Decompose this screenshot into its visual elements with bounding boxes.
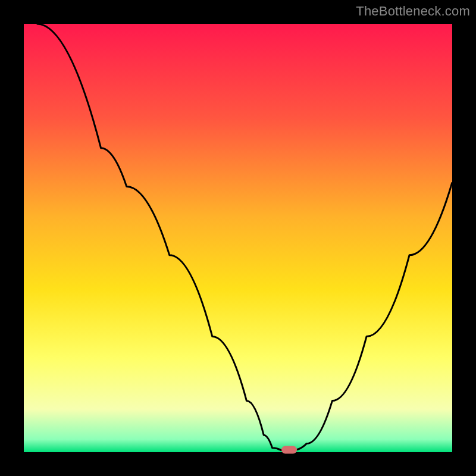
chart-container: { "brand": "TheBottleneck.com", "chart_d… — [0, 0, 476, 476]
watermark: TheBottleneck.com — [356, 4, 470, 19]
optimum-marker — [281, 446, 297, 454]
curve-layer — [24, 24, 452, 452]
plot-area — [24, 24, 452, 452]
